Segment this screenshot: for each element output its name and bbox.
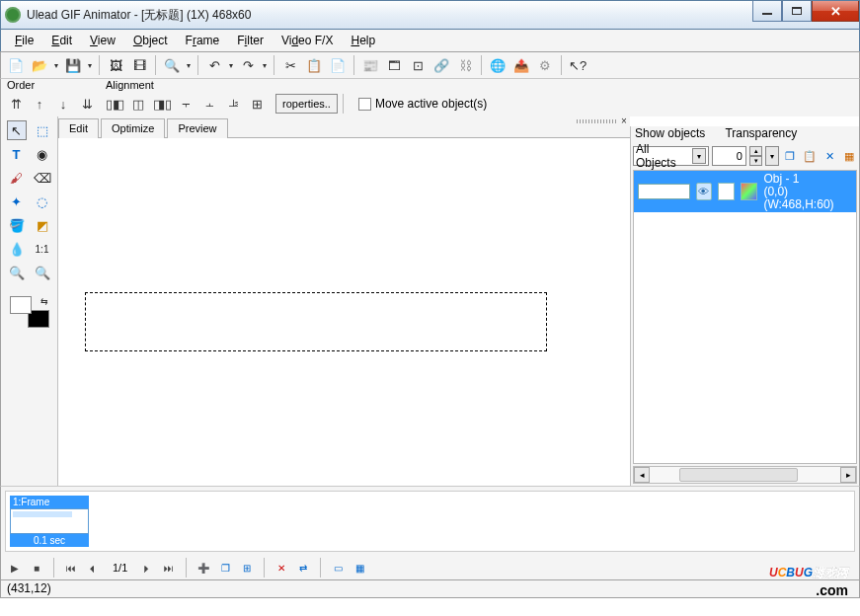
preview-browser-button[interactable]: 🌐	[487, 54, 508, 76]
menu-object[interactable]: Object	[125, 32, 176, 49]
show-objects-dropdown[interactable]: All Objects▾	[633, 146, 709, 166]
unlink-button[interactable]: ⛓	[454, 54, 476, 76]
save-dropdown[interactable]: ▾	[86, 61, 94, 70]
menu-videofx[interactable]: Video F/X	[274, 32, 342, 49]
import-image-button[interactable]: 🖼	[105, 54, 126, 76]
objects-list[interactable]: 👁 Obj - 1 (0,0)(W:468,H:60)	[633, 170, 857, 464]
align-hcenter-button[interactable]: ◫	[127, 93, 149, 115]
duplicate-frame-button[interactable]: ❐	[217, 560, 233, 576]
frame-props-button[interactable]: ▦	[352, 560, 367, 576]
align-center-button[interactable]: ⊞	[246, 93, 268, 115]
zoom-dropdown[interactable]: ▾	[185, 61, 193, 70]
save-button[interactable]: 💾	[62, 54, 84, 76]
move-active-checkbox[interactable]	[358, 98, 371, 111]
swap-colors-icon[interactable]: ⇆	[40, 296, 48, 306]
prev-frame-button[interactable]: ⏴	[85, 560, 101, 576]
stop-button[interactable]: ■	[29, 560, 44, 576]
open-dropdown[interactable]: ▾	[52, 61, 60, 70]
object-list-item[interactable]: 👁 Obj - 1 (0,0)(W:468,H:60)	[634, 171, 856, 212]
panel-close-icon[interactable]: ×	[618, 116, 630, 127]
export-button[interactable]: 📤	[510, 54, 532, 76]
order-down-button[interactable]: ↓	[52, 93, 74, 115]
object-lock-icon[interactable]	[718, 183, 735, 200]
tool-marquee[interactable]: ⬚	[33, 120, 52, 140]
first-frame-button[interactable]: ⏮	[63, 560, 79, 576]
insert-frame-button[interactable]: ⊞	[239, 560, 255, 576]
tool-brush[interactable]: 🖌	[7, 168, 27, 188]
object-delete-button[interactable]: ✕	[821, 148, 837, 164]
scroll-thumb[interactable]	[679, 468, 798, 482]
foreground-color-swatch[interactable]	[10, 296, 32, 314]
next-frame-button[interactable]: ⏵	[139, 560, 155, 576]
frame-thumbnail[interactable]	[10, 508, 89, 534]
menu-filter[interactable]: Filter	[229, 32, 272, 49]
tween-button[interactable]: ▭	[330, 560, 346, 576]
order-back-button[interactable]: ⇊	[76, 93, 98, 115]
menu-file[interactable]: File	[7, 32, 41, 49]
menu-view[interactable]: View	[82, 32, 123, 49]
import-video-button[interactable]: 🎞	[128, 54, 150, 76]
link-button[interactable]: 🔗	[430, 54, 452, 76]
maximize-button[interactable]	[782, 1, 812, 22]
tool-select[interactable]: ↖	[7, 120, 27, 140]
close-button[interactable]: ✕	[812, 1, 859, 22]
zoom-button[interactable]: 🔍	[161, 54, 183, 76]
tool-lasso[interactable]: ◌	[33, 192, 52, 211]
add-frame-button[interactable]: ➕	[195, 560, 211, 576]
order-front-button[interactable]: ⇈	[5, 93, 27, 115]
frame-strip[interactable]: 1:Frame 0.1 sec	[5, 491, 855, 552]
tab-preview[interactable]: Preview	[167, 118, 227, 138]
last-frame-button[interactable]: ⏭	[161, 560, 177, 576]
tool-eraser[interactable]: ⌫	[33, 168, 52, 188]
cut-button[interactable]: ✂	[279, 54, 301, 76]
align-top-button[interactable]: ⫟	[175, 93, 196, 115]
align-right-button[interactable]: ◨▯	[151, 93, 173, 115]
tool-play[interactable]: ◉	[33, 144, 52, 164]
align-bottom-button[interactable]: ⫡	[222, 93, 244, 115]
paste-button[interactable]: 📄	[327, 54, 349, 76]
reverse-frames-button[interactable]: ⇄	[295, 560, 311, 576]
minimize-button[interactable]	[752, 1, 782, 22]
open-button[interactable]: 📂	[29, 54, 50, 76]
objects-hscrollbar[interactable]: ◂ ▸	[633, 466, 857, 484]
transparency-spinner[interactable]: ▴▾	[749, 146, 763, 166]
frame-item[interactable]: 1:Frame 0.1 sec	[10, 496, 89, 547]
play-button[interactable]: ▶	[7, 560, 23, 576]
undo-button[interactable]: ↶	[203, 54, 225, 76]
align-vcenter-button[interactable]: ⫠	[198, 93, 220, 115]
tab-edit[interactable]: Edit	[58, 118, 99, 138]
object-visibility-icon[interactable]: 👁	[696, 183, 713, 200]
settings-button[interactable]: ⚙	[534, 54, 556, 76]
new-button[interactable]: 📄	[5, 54, 27, 76]
tool-eyedropper[interactable]: 💧	[7, 239, 27, 259]
color-swatches[interactable]: ⇆	[10, 296, 49, 328]
menu-frame[interactable]: Frame	[178, 32, 228, 49]
tab-optimize[interactable]: Optimize	[101, 118, 165, 138]
crop-button[interactable]: ⊡	[407, 54, 429, 76]
transparency-dropdown[interactable]: ▾	[765, 146, 779, 166]
scroll-right-button[interactable]: ▸	[840, 467, 856, 483]
tool-zoom-out[interactable]: 🔍	[33, 263, 52, 282]
insert-text-button[interactable]: 📰	[359, 54, 381, 76]
canvas-selection[interactable]	[85, 292, 547, 351]
tool-actual-size[interactable]: 1:1	[33, 239, 52, 259]
align-left-button[interactable]: ▯◧	[104, 93, 125, 115]
copy-button[interactable]: 📋	[303, 54, 325, 76]
properties-button[interactable]: roperties..	[275, 94, 338, 114]
tool-crop[interactable]: ◩	[33, 215, 52, 235]
object-copy-button[interactable]: 📋	[802, 148, 818, 164]
object-merge-button[interactable]: ▦	[841, 148, 857, 164]
redo-dropdown[interactable]: ▾	[261, 61, 269, 70]
panel-grip[interactable]: ×	[401, 116, 630, 126]
tool-wand[interactable]: ✦	[7, 192, 27, 211]
delete-frame-button[interactable]: ✕	[274, 560, 289, 576]
tool-fill[interactable]: 🪣	[7, 215, 27, 235]
insert-frame-button[interactable]: 🗔	[383, 54, 405, 76]
canvas[interactable]	[58, 138, 630, 486]
scroll-left-button[interactable]: ◂	[634, 467, 650, 483]
tool-text[interactable]: T	[7, 144, 27, 164]
object-duplicate-button[interactable]: ❐	[782, 148, 798, 164]
transparency-input[interactable]: 0	[712, 146, 746, 166]
help-pointer-button[interactable]: ↖?	[567, 54, 588, 76]
redo-button[interactable]: ↷	[237, 54, 259, 76]
